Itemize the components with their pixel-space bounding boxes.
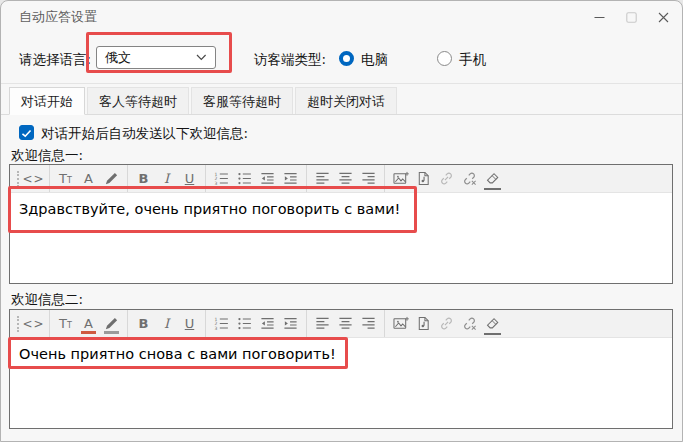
- outdent-icon[interactable]: [256, 167, 279, 191]
- code-view-icon[interactable]: <>: [22, 167, 45, 191]
- toolbar-separator: [127, 165, 128, 192]
- font-color-icon[interactable]: A: [77, 312, 100, 336]
- auto-send-label[interactable]: 对话开始后自动发送以下欢迎信息:: [41, 125, 248, 143]
- welcome1-editor: <>TTABIU123 Здравствуйте, очень приятно …: [9, 164, 673, 284]
- tab-dialog-start[interactable]: 对话开始: [9, 87, 85, 115]
- align-center-icon[interactable]: [334, 167, 357, 191]
- titlebar: 自动应答设置: [1, 1, 682, 33]
- underline-icon[interactable]: U: [178, 167, 201, 191]
- language-label: 请选择语言:: [19, 51, 91, 69]
- welcome2-editor: <>TTABIU123 Очень приятно снова с вами п…: [9, 309, 673, 429]
- svg-text:3: 3: [214, 326, 217, 331]
- insert-link-icon[interactable]: [435, 167, 458, 191]
- radio-computer-label[interactable]: 电脑: [361, 51, 388, 69]
- remove-link-icon[interactable]: [458, 167, 481, 191]
- insert-link-icon[interactable]: [435, 312, 458, 336]
- toolbar-separator: [384, 165, 385, 192]
- toolbar-separator: [49, 310, 50, 337]
- editor1-toolbar: <>TTABIU123: [10, 165, 672, 193]
- maximize-button[interactable]: [617, 3, 645, 31]
- tab-timeout-close-dialog[interactable]: 超时关闭对话: [295, 87, 397, 114]
- italic-icon[interactable]: I: [155, 312, 178, 336]
- align-center-icon[interactable]: [334, 312, 357, 336]
- drag-handle-icon[interactable]: [13, 167, 22, 191]
- bold-icon[interactable]: B: [132, 312, 155, 336]
- font-color-icon[interactable]: A: [77, 167, 100, 191]
- minimize-icon: [594, 8, 605, 27]
- align-left-icon[interactable]: [311, 312, 334, 336]
- italic-icon[interactable]: I: [155, 167, 178, 191]
- unordered-list-icon[interactable]: [233, 167, 256, 191]
- visitor-type-label: 访客端类型:: [254, 51, 326, 69]
- remove-link-icon[interactable]: [458, 312, 481, 336]
- radio-mobile-label[interactable]: 手机: [459, 51, 486, 69]
- radio-mobile[interactable]: [437, 51, 452, 66]
- tab-guest-wait-timeout[interactable]: 客人等待超时: [87, 87, 189, 114]
- welcome2-message-input[interactable]: Очень приятно снова с вами поговорить!: [10, 338, 672, 424]
- window-title: 自动应答设置: [19, 1, 97, 33]
- editor2-toolbar: <>TTABIU123: [10, 310, 672, 338]
- align-left-icon[interactable]: [311, 167, 334, 191]
- language-selected-value: 俄文: [97, 49, 196, 67]
- header-divider: [1, 83, 682, 84]
- minimize-button[interactable]: [585, 3, 613, 31]
- toolbar-separator: [127, 310, 128, 337]
- toolbar-separator: [384, 310, 385, 337]
- toolbar-separator: [205, 165, 206, 192]
- ordered-list-icon[interactable]: 123: [210, 167, 233, 191]
- toolbar-separator: [205, 310, 206, 337]
- drag-handle-icon[interactable]: [13, 312, 22, 336]
- ordered-list-icon[interactable]: 123: [210, 312, 233, 336]
- close-button[interactable]: [649, 3, 677, 31]
- svg-text:3: 3: [214, 181, 217, 186]
- close-icon: [658, 8, 669, 27]
- toolbar-separator: [306, 165, 307, 192]
- insert-image-icon[interactable]: [389, 312, 412, 336]
- radio-computer[interactable]: [339, 51, 354, 66]
- insert-image-icon[interactable]: [389, 167, 412, 191]
- check-icon: [21, 123, 32, 142]
- highlight-color-icon[interactable]: [100, 167, 123, 191]
- clear-format-icon[interactable]: [481, 312, 504, 336]
- outdent-icon[interactable]: [256, 312, 279, 336]
- chevron-down-icon: [196, 54, 215, 61]
- font-size-icon[interactable]: TT: [54, 167, 77, 191]
- code-view-icon[interactable]: <>: [22, 312, 45, 336]
- insert-file-icon[interactable]: [412, 312, 435, 336]
- maximize-icon: [626, 8, 637, 27]
- indent-icon[interactable]: [279, 312, 302, 336]
- unordered-list-icon[interactable]: [233, 312, 256, 336]
- highlight-color-icon[interactable]: [100, 312, 123, 336]
- insert-file-icon[interactable]: [412, 167, 435, 191]
- welcome1-label: 欢迎信息一:: [11, 147, 83, 165]
- indent-icon[interactable]: [279, 167, 302, 191]
- auto-reply-settings-window: 自动应答设置 请选择语言: 俄文 访客端类型: 电脑 手机 对话开始: [0, 0, 683, 442]
- clear-format-icon[interactable]: [481, 167, 504, 191]
- tab-agent-wait-timeout[interactable]: 客服等待超时: [191, 87, 293, 114]
- welcome1-message-input[interactable]: Здравствуйте, очень приятно поговорить с…: [10, 193, 672, 279]
- underline-icon[interactable]: U: [178, 312, 201, 336]
- auto-send-checkbox[interactable]: [19, 125, 34, 140]
- align-right-icon[interactable]: [357, 167, 380, 191]
- align-right-icon[interactable]: [357, 312, 380, 336]
- welcome2-label: 欢迎信息二:: [11, 291, 83, 309]
- toolbar-separator: [306, 310, 307, 337]
- language-select[interactable]: 俄文: [96, 46, 216, 69]
- tab-bar: 对话开始 客人等待超时 客服等待超时 超时关闭对话: [1, 87, 683, 115]
- font-size-icon[interactable]: TT: [54, 312, 77, 336]
- toolbar-separator: [49, 165, 50, 192]
- bold-icon[interactable]: B: [132, 167, 155, 191]
